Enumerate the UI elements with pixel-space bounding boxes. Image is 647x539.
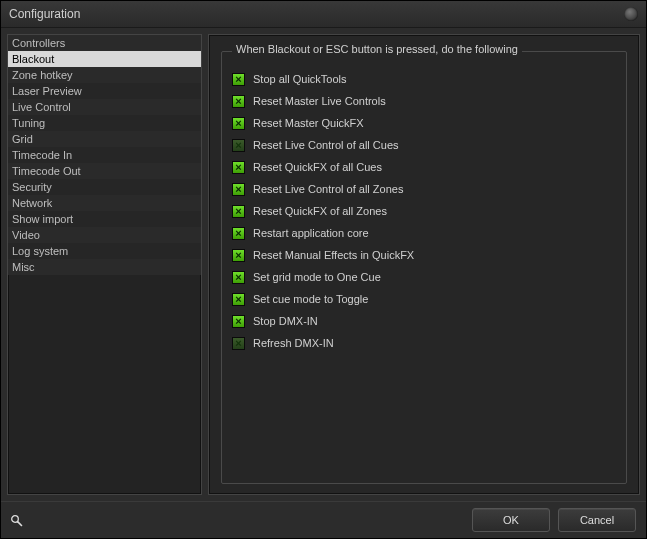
sidebar-item-show-import[interactable]: Show import [8,211,201,227]
option-label: Reset Live Control of all Cues [253,139,399,151]
sidebar-item-label: Timecode In [12,149,72,161]
sidebar-item-video[interactable]: Video [8,227,201,243]
option-label: Reset Manual Effects in QuickFX [253,249,414,261]
option-checkbox[interactable]: × [232,205,245,218]
check-x-icon: × [235,95,241,106]
sidebar-item-label: Tuning [12,117,45,129]
option-checkbox[interactable]: × [232,139,245,152]
option-checkbox[interactable]: × [232,117,245,130]
option-checkbox[interactable]: × [232,337,245,350]
sidebar-item-grid[interactable]: Grid [8,131,201,147]
sidebar-item-label: Grid [12,133,33,145]
option-label: Set cue mode to Toggle [253,293,368,305]
option-label: Reset QuickFX of all Zones [253,205,387,217]
ok-button-label: OK [503,514,519,526]
option-label: Stop DMX-IN [253,315,318,327]
check-empty-icon: × [235,139,241,150]
check-x-icon: × [235,271,241,282]
option-row: ×Reset QuickFX of all Zones [232,200,616,222]
check-x-icon: × [235,117,241,128]
option-label: Set grid mode to One Cue [253,271,381,283]
check-x-icon: × [235,161,241,172]
option-label: Reset Master Live Controls [253,95,386,107]
option-row: ×Stop all QuickTools [232,68,616,90]
sidebar-item-blackout[interactable]: Blackout [8,51,201,67]
sidebar-item-label: Controllers [12,37,65,49]
sidebar-item-misc[interactable]: Misc [8,259,201,275]
sidebar-item-label: Laser Preview [12,85,82,97]
option-checkbox[interactable]: × [232,183,245,196]
sidebar-item-label: Video [12,229,40,241]
option-label: Reset QuickFX of all Cues [253,161,382,173]
check-x-icon: × [235,315,241,326]
option-row: ×Reset Manual Effects in QuickFX [232,244,616,266]
option-checkbox[interactable]: × [232,271,245,284]
option-row: ×Refresh DMX-IN [232,332,616,354]
titlebar-orb-icon[interactable] [624,7,638,21]
option-checkbox[interactable]: × [232,315,245,328]
sidebar-panel: ControllersBlackoutZone hotkeyLaser Prev… [7,34,202,495]
sidebar-item-timecode-in[interactable]: Timecode In [8,147,201,163]
search-icon[interactable] [9,513,23,527]
sidebar-item-label: Log system [12,245,68,257]
sidebar-list: ControllersBlackoutZone hotkeyLaser Prev… [8,35,201,494]
option-row: ×Restart application core [232,222,616,244]
check-x-icon: × [235,293,241,304]
sidebar-item-live-control[interactable]: Live Control [8,99,201,115]
sidebar-item-label: Blackout [12,53,54,65]
option-row: ×Stop DMX-IN [232,310,616,332]
option-label: Stop all QuickTools [253,73,347,85]
titlebar: Configuration [1,1,646,28]
options-list: ×Stop all QuickTools×Reset Master Live C… [222,52,626,364]
config-window: Configuration ControllersBlackoutZone ho… [0,0,647,539]
check-x-icon: × [235,249,241,260]
sidebar-item-controllers[interactable]: Controllers [8,35,201,51]
option-checkbox[interactable]: × [232,227,245,240]
sidebar-item-label: Show import [12,213,73,225]
option-checkbox[interactable]: × [232,293,245,306]
option-row: ×Reset QuickFX of all Cues [232,156,616,178]
cancel-button[interactable]: Cancel [558,508,636,532]
sidebar-item-label: Zone hotkey [12,69,73,81]
sidebar-item-timecode-out[interactable]: Timecode Out [8,163,201,179]
sidebar-item-label: Timecode Out [12,165,81,177]
sidebar-item-network[interactable]: Network [8,195,201,211]
content-panel: When Blackout or ESC button is pressed, … [208,34,640,495]
sidebar-item-tuning[interactable]: Tuning [8,115,201,131]
option-row: ×Set cue mode to Toggle [232,288,616,310]
option-row: ×Reset Live Control of all Cues [232,134,616,156]
option-label: Refresh DMX-IN [253,337,334,349]
ok-button[interactable]: OK [472,508,550,532]
blackout-groupbox: When Blackout or ESC button is pressed, … [221,51,627,484]
option-label: Restart application core [253,227,369,239]
option-label: Reset Live Control of all Zones [253,183,403,195]
sidebar-item-label: Misc [12,261,35,273]
option-checkbox[interactable]: × [232,249,245,262]
check-x-icon: × [235,183,241,194]
svg-line-1 [17,521,21,525]
option-checkbox[interactable]: × [232,73,245,86]
option-row: ×Reset Master Live Controls [232,90,616,112]
sidebar-item-label: Live Control [12,101,71,113]
check-empty-icon: × [235,337,241,348]
dialog-footer: OK Cancel [1,501,646,538]
check-x-icon: × [235,227,241,238]
sidebar-item-log-system[interactable]: Log system [8,243,201,259]
sidebar-item-zone-hotkey[interactable]: Zone hotkey [8,67,201,83]
option-row: ×Reset Master QuickFX [232,112,616,134]
option-row: ×Set grid mode to One Cue [232,266,616,288]
sidebar-item-label: Security [12,181,52,193]
option-label: Reset Master QuickFX [253,117,364,129]
option-checkbox[interactable]: × [232,161,245,174]
sidebar-item-label: Network [12,197,52,209]
check-x-icon: × [235,73,241,84]
groupbox-title: When Blackout or ESC button is pressed, … [232,43,522,55]
cancel-button-label: Cancel [580,514,614,526]
sidebar-item-security[interactable]: Security [8,179,201,195]
option-row: ×Reset Live Control of all Zones [232,178,616,200]
window-title: Configuration [9,7,80,21]
dialog-body: ControllersBlackoutZone hotkeyLaser Prev… [1,28,646,501]
option-checkbox[interactable]: × [232,95,245,108]
check-x-icon: × [235,205,241,216]
sidebar-item-laser-preview[interactable]: Laser Preview [8,83,201,99]
